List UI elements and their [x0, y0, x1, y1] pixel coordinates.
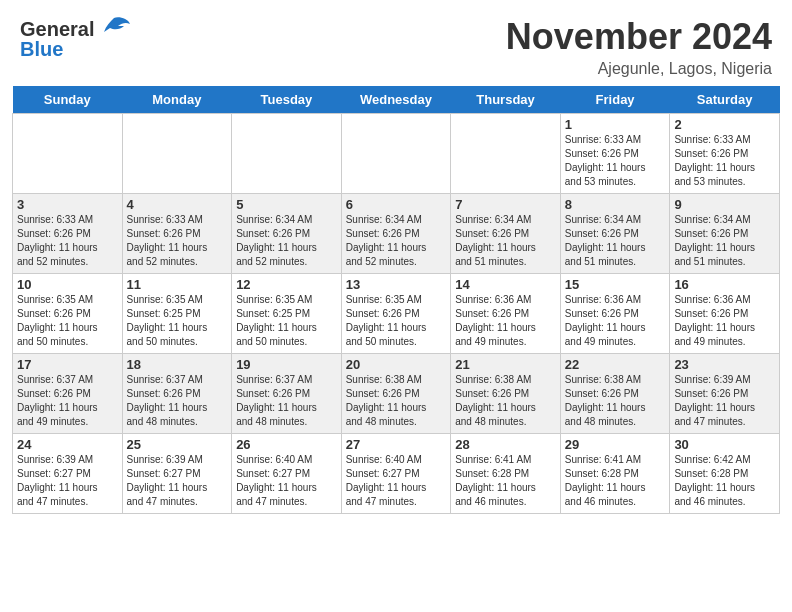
day-info: Sunrise: 6:33 AM Sunset: 6:26 PM Dayligh… [565, 133, 666, 189]
table-row: 22Sunrise: 6:38 AM Sunset: 6:26 PM Dayli… [560, 354, 670, 434]
table-row: 4Sunrise: 6:33 AM Sunset: 6:26 PM Daylig… [122, 194, 232, 274]
day-number: 12 [236, 277, 337, 292]
day-number: 4 [127, 197, 228, 212]
day-number: 11 [127, 277, 228, 292]
header-tuesday: Tuesday [232, 86, 342, 114]
table-row: 28Sunrise: 6:41 AM Sunset: 6:28 PM Dayli… [451, 434, 561, 514]
week-row-2: 10Sunrise: 6:35 AM Sunset: 6:26 PM Dayli… [13, 274, 780, 354]
day-info: Sunrise: 6:39 AM Sunset: 6:26 PM Dayligh… [674, 373, 775, 429]
table-row: 23Sunrise: 6:39 AM Sunset: 6:26 PM Dayli… [670, 354, 780, 434]
day-info: Sunrise: 6:37 AM Sunset: 6:26 PM Dayligh… [236, 373, 337, 429]
day-info: Sunrise: 6:40 AM Sunset: 6:27 PM Dayligh… [236, 453, 337, 509]
table-row: 11Sunrise: 6:35 AM Sunset: 6:25 PM Dayli… [122, 274, 232, 354]
table-row [13, 114, 123, 194]
table-row: 10Sunrise: 6:35 AM Sunset: 6:26 PM Dayli… [13, 274, 123, 354]
table-row: 1Sunrise: 6:33 AM Sunset: 6:26 PM Daylig… [560, 114, 670, 194]
table-row: 8Sunrise: 6:34 AM Sunset: 6:26 PM Daylig… [560, 194, 670, 274]
day-info: Sunrise: 6:34 AM Sunset: 6:26 PM Dayligh… [674, 213, 775, 269]
day-number: 16 [674, 277, 775, 292]
day-info: Sunrise: 6:37 AM Sunset: 6:26 PM Dayligh… [127, 373, 228, 429]
day-number: 21 [455, 357, 556, 372]
day-info: Sunrise: 6:35 AM Sunset: 6:26 PM Dayligh… [17, 293, 118, 349]
day-number: 20 [346, 357, 447, 372]
day-number: 2 [674, 117, 775, 132]
location: Ajegunle, Lagos, Nigeria [506, 60, 772, 78]
day-info: Sunrise: 6:33 AM Sunset: 6:26 PM Dayligh… [127, 213, 228, 269]
table-row: 18Sunrise: 6:37 AM Sunset: 6:26 PM Dayli… [122, 354, 232, 434]
table-row [122, 114, 232, 194]
table-row [451, 114, 561, 194]
table-row [232, 114, 342, 194]
day-info: Sunrise: 6:36 AM Sunset: 6:26 PM Dayligh… [455, 293, 556, 349]
table-row: 3Sunrise: 6:33 AM Sunset: 6:26 PM Daylig… [13, 194, 123, 274]
header-friday: Friday [560, 86, 670, 114]
day-info: Sunrise: 6:33 AM Sunset: 6:26 PM Dayligh… [674, 133, 775, 189]
day-info: Sunrise: 6:39 AM Sunset: 6:27 PM Dayligh… [127, 453, 228, 509]
week-row-1: 3Sunrise: 6:33 AM Sunset: 6:26 PM Daylig… [13, 194, 780, 274]
day-info: Sunrise: 6:35 AM Sunset: 6:25 PM Dayligh… [236, 293, 337, 349]
table-row: 30Sunrise: 6:42 AM Sunset: 6:28 PM Dayli… [670, 434, 780, 514]
day-number: 25 [127, 437, 228, 452]
day-info: Sunrise: 6:42 AM Sunset: 6:28 PM Dayligh… [674, 453, 775, 509]
logo-text-block: General Blue [20, 16, 132, 61]
table-row: 17Sunrise: 6:37 AM Sunset: 6:26 PM Dayli… [13, 354, 123, 434]
table-row [341, 114, 451, 194]
header-saturday: Saturday [670, 86, 780, 114]
day-number: 15 [565, 277, 666, 292]
day-number: 30 [674, 437, 775, 452]
day-number: 27 [346, 437, 447, 452]
table-row: 15Sunrise: 6:36 AM Sunset: 6:26 PM Dayli… [560, 274, 670, 354]
day-info: Sunrise: 6:34 AM Sunset: 6:26 PM Dayligh… [346, 213, 447, 269]
table-row: 24Sunrise: 6:39 AM Sunset: 6:27 PM Dayli… [13, 434, 123, 514]
header-sunday: Sunday [13, 86, 123, 114]
day-info: Sunrise: 6:36 AM Sunset: 6:26 PM Dayligh… [565, 293, 666, 349]
day-number: 10 [17, 277, 118, 292]
logo-bird-icon [96, 16, 132, 42]
day-number: 22 [565, 357, 666, 372]
page-header: General Blue November 2024 Ajegunle, Lag… [0, 0, 792, 86]
day-number: 28 [455, 437, 556, 452]
day-number: 29 [565, 437, 666, 452]
table-row: 19Sunrise: 6:37 AM Sunset: 6:26 PM Dayli… [232, 354, 342, 434]
day-number: 17 [17, 357, 118, 372]
header-monday: Monday [122, 86, 232, 114]
table-row: 6Sunrise: 6:34 AM Sunset: 6:26 PM Daylig… [341, 194, 451, 274]
day-number: 6 [346, 197, 447, 212]
table-row: 16Sunrise: 6:36 AM Sunset: 6:26 PM Dayli… [670, 274, 780, 354]
day-info: Sunrise: 6:34 AM Sunset: 6:26 PM Dayligh… [236, 213, 337, 269]
table-row: 29Sunrise: 6:41 AM Sunset: 6:28 PM Dayli… [560, 434, 670, 514]
day-info: Sunrise: 6:35 AM Sunset: 6:25 PM Dayligh… [127, 293, 228, 349]
table-row: 13Sunrise: 6:35 AM Sunset: 6:26 PM Dayli… [341, 274, 451, 354]
day-info: Sunrise: 6:41 AM Sunset: 6:28 PM Dayligh… [455, 453, 556, 509]
table-row: 12Sunrise: 6:35 AM Sunset: 6:25 PM Dayli… [232, 274, 342, 354]
day-number: 13 [346, 277, 447, 292]
table-row: 9Sunrise: 6:34 AM Sunset: 6:26 PM Daylig… [670, 194, 780, 274]
day-number: 26 [236, 437, 337, 452]
day-number: 24 [17, 437, 118, 452]
day-number: 14 [455, 277, 556, 292]
month-title: November 2024 [506, 16, 772, 58]
day-info: Sunrise: 6:41 AM Sunset: 6:28 PM Dayligh… [565, 453, 666, 509]
logo: General Blue [20, 16, 132, 61]
table-row: 26Sunrise: 6:40 AM Sunset: 6:27 PM Dayli… [232, 434, 342, 514]
day-number: 7 [455, 197, 556, 212]
day-info: Sunrise: 6:37 AM Sunset: 6:26 PM Dayligh… [17, 373, 118, 429]
week-row-0: 1Sunrise: 6:33 AM Sunset: 6:26 PM Daylig… [13, 114, 780, 194]
day-info: Sunrise: 6:38 AM Sunset: 6:26 PM Dayligh… [565, 373, 666, 429]
days-header-row: Sunday Monday Tuesday Wednesday Thursday… [13, 86, 780, 114]
day-info: Sunrise: 6:34 AM Sunset: 6:26 PM Dayligh… [565, 213, 666, 269]
day-info: Sunrise: 6:40 AM Sunset: 6:27 PM Dayligh… [346, 453, 447, 509]
week-row-4: 24Sunrise: 6:39 AM Sunset: 6:27 PM Dayli… [13, 434, 780, 514]
table-row: 5Sunrise: 6:34 AM Sunset: 6:26 PM Daylig… [232, 194, 342, 274]
table-row: 25Sunrise: 6:39 AM Sunset: 6:27 PM Dayli… [122, 434, 232, 514]
header-thursday: Thursday [451, 86, 561, 114]
header-wednesday: Wednesday [341, 86, 451, 114]
table-row: 7Sunrise: 6:34 AM Sunset: 6:26 PM Daylig… [451, 194, 561, 274]
day-number: 9 [674, 197, 775, 212]
day-info: Sunrise: 6:38 AM Sunset: 6:26 PM Dayligh… [455, 373, 556, 429]
day-number: 1 [565, 117, 666, 132]
table-row: 2Sunrise: 6:33 AM Sunset: 6:26 PM Daylig… [670, 114, 780, 194]
day-info: Sunrise: 6:35 AM Sunset: 6:26 PM Dayligh… [346, 293, 447, 349]
title-section: November 2024 Ajegunle, Lagos, Nigeria [506, 16, 772, 78]
day-info: Sunrise: 6:38 AM Sunset: 6:26 PM Dayligh… [346, 373, 447, 429]
